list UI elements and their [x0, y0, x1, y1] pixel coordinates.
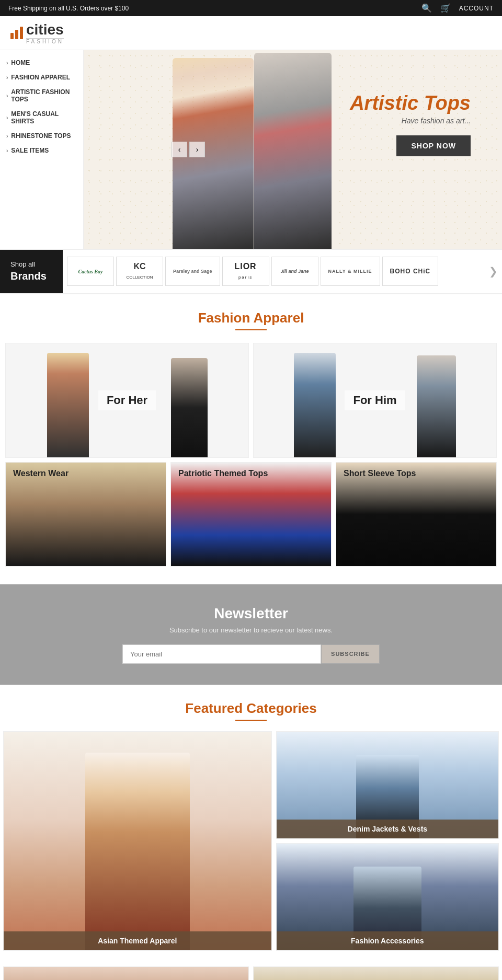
- sidebar-item-rhinestone-tops[interactable]: › RHINESTONE TOPS: [0, 129, 83, 143]
- sidebar-item-label: ARTISTIC FASHION TOPS: [11, 88, 77, 103]
- western-wear-label: Western Wear: [13, 469, 69, 478]
- chevron-right-icon: ›: [6, 148, 8, 154]
- brands-shop-all-line2: Brands: [10, 269, 52, 283]
- chevron-right-icon: ›: [6, 93, 8, 99]
- sidebar-item-sale-items[interactable]: › SALE ITEMS: [0, 143, 83, 158]
- hero-text: Artistic Tops Have fashion as art... SHO…: [350, 92, 471, 156]
- brand-parsley-sage[interactable]: Parsley and Sage: [165, 257, 220, 286]
- newsletter-form: SUBSCRIBE: [10, 644, 492, 664]
- brands-list: Cactus Bay KCCOLLECTION Parsley and Sage…: [63, 251, 485, 291]
- apparel-grid-row1: For Her For Him: [0, 341, 502, 460]
- bottom-grid: [0, 966, 502, 980]
- brands-shop-all-line1: Shop all: [10, 260, 52, 269]
- section-underline: [235, 720, 267, 721]
- main-layout: › HOME › FASHION APPAREL › ARTISTIC FASH…: [0, 50, 502, 249]
- account-label[interactable]: ACCOUNT: [459, 5, 494, 12]
- hero-subtitle: Have fashion as art...: [350, 117, 471, 125]
- sidebar-item-label: MEN'S CASUAL SHIRTS: [11, 110, 77, 125]
- for-her-card[interactable]: For Her: [5, 343, 249, 458]
- brand-label: BOHO CHiC: [390, 268, 431, 275]
- top-bar-right: 🔍 🛒 ACCOUNT: [421, 3, 494, 13]
- denim-jackets-label: Denim Jackets & Vests: [277, 820, 498, 838]
- cart-icon[interactable]: 🛒: [440, 3, 451, 13]
- fashion-apparel-section: Fashion Apparel For Her For Him Western …: [0, 294, 502, 584]
- chevron-right-icon: ›: [6, 60, 8, 66]
- short-sleeve-card[interactable]: Short Sleeve Tops: [336, 462, 497, 567]
- brand-kc-collection[interactable]: KCCOLLECTION: [116, 257, 163, 286]
- hero-banner: Artistic Tops Have fashion as art... SHO…: [84, 50, 502, 249]
- brand-label: Jill and Jane: [281, 269, 309, 274]
- newsletter-title: Newsletter: [10, 605, 492, 622]
- brand-label: Parsley and Sage: [173, 269, 212, 274]
- brand-nally-millie[interactable]: NALLY & MILLIE: [321, 257, 380, 286]
- hero-next-button[interactable]: ›: [189, 142, 205, 157]
- brand-label: KCCOLLECTION: [126, 262, 153, 281]
- western-wear-card[interactable]: Western Wear: [5, 462, 166, 567]
- featured-grid: Asian Themed Apparel Denim Jackets & Ves…: [0, 731, 502, 951]
- logo-text: cities FASHION: [26, 21, 64, 44]
- patriotic-card[interactable]: Patriotic Themed Tops: [170, 462, 332, 567]
- bottom-card-2[interactable]: [253, 966, 499, 980]
- sidebar-item-label: HOME: [11, 59, 30, 66]
- hero-title: Artistic Tops: [350, 92, 471, 114]
- sidebar-item-mens-casual-shirts[interactable]: › MEN'S CASUAL SHIRTS: [0, 107, 83, 129]
- newsletter-subtitle: Subscribe to our newsletter to recieve o…: [10, 626, 492, 634]
- patriotic-label: Patriotic Themed Tops: [178, 469, 268, 478]
- for-him-card[interactable]: For Him: [253, 343, 497, 458]
- brand-jill-jane[interactable]: Jill and Jane: [271, 257, 318, 286]
- brands-next-arrow[interactable]: ❯: [485, 265, 502, 278]
- fashion-accessories-label: Fashion Accessories: [277, 931, 498, 950]
- for-him-label: For Him: [345, 390, 405, 410]
- asian-themed-label: Asian Themed Apparel: [4, 931, 271, 950]
- hero-prev-button[interactable]: ‹: [172, 142, 187, 157]
- newsletter-subscribe-button[interactable]: SUBSCRIBE: [321, 644, 380, 664]
- featured-right: Denim Jackets & Vests Fashion Accessorie…: [276, 731, 499, 951]
- chevron-right-icon: ›: [6, 133, 8, 139]
- shipping-text: Free Shipping on all U.S. Orders over $1…: [8, 5, 129, 12]
- newsletter-email-input[interactable]: [122, 644, 321, 664]
- sidebar-item-label: FASHION APPAREL: [11, 74, 70, 81]
- logo-icon: [10, 27, 23, 39]
- brand-cactus-bay[interactable]: Cactus Bay: [67, 257, 114, 286]
- featured-section: Featured Categories Asian Themed Apparel…: [0, 685, 502, 966]
- chevron-right-icon: ›: [6, 75, 8, 80]
- chevron-right-icon: ›: [6, 115, 8, 121]
- brand-label: NALLY & MILLIE: [328, 269, 372, 274]
- asian-themed-card[interactable]: Asian Themed Apparel: [3, 731, 272, 951]
- fashion-accessories-card[interactable]: Fashion Accessories: [276, 843, 499, 951]
- featured-title: Featured Categories: [0, 700, 502, 717]
- fashion-apparel-title: Fashion Apparel: [0, 310, 502, 326]
- sidebar-item-artistic-fashion-tops[interactable]: › ARTISTIC FASHION TOPS: [0, 85, 83, 107]
- denim-jackets-card[interactable]: Denim Jackets & Vests: [276, 731, 499, 839]
- brands-shop-all[interactable]: Shop all Brands: [0, 250, 63, 293]
- bottom-card-1[interactable]: [3, 966, 249, 980]
- brands-bar: Shop all Brands Cactus Bay KCCOLLECTION …: [0, 249, 502, 294]
- short-sleeve-label: Short Sleeve Tops: [344, 469, 416, 478]
- apparel-grid-row2: Western Wear Patriotic Themed Tops Short…: [0, 460, 502, 569]
- brand-label: Cactus Bay: [78, 269, 103, 274]
- hero-cta-button[interactable]: SHOP NOW: [396, 135, 471, 156]
- logo[interactable]: cities FASHION: [10, 21, 64, 44]
- header: cities FASHION: [0, 16, 502, 50]
- sidebar: › HOME › FASHION APPAREL › ARTISTIC FASH…: [0, 50, 84, 249]
- sidebar-item-fashion-apparel[interactable]: › FASHION APPAREL: [0, 70, 83, 85]
- sidebar-item-home[interactable]: › HOME: [0, 55, 83, 70]
- for-her-label: For Her: [98, 390, 156, 410]
- sidebar-item-label: SALE ITEMS: [11, 147, 49, 154]
- asian-themed-bg: [4, 732, 271, 950]
- brand-boho-chic[interactable]: BOHO CHiC: [382, 257, 439, 286]
- newsletter-section: Newsletter Subscribe to our newsletter t…: [0, 584, 502, 685]
- search-icon[interactable]: 🔍: [421, 3, 432, 13]
- brand-label: LIORparis: [234, 262, 256, 281]
- section-underline: [235, 329, 267, 330]
- top-bar: Free Shipping on all U.S. Orders over $1…: [0, 0, 502, 16]
- sidebar-item-label: RHINESTONE TOPS: [11, 132, 71, 140]
- brand-lior-paris[interactable]: LIORparis: [222, 257, 269, 286]
